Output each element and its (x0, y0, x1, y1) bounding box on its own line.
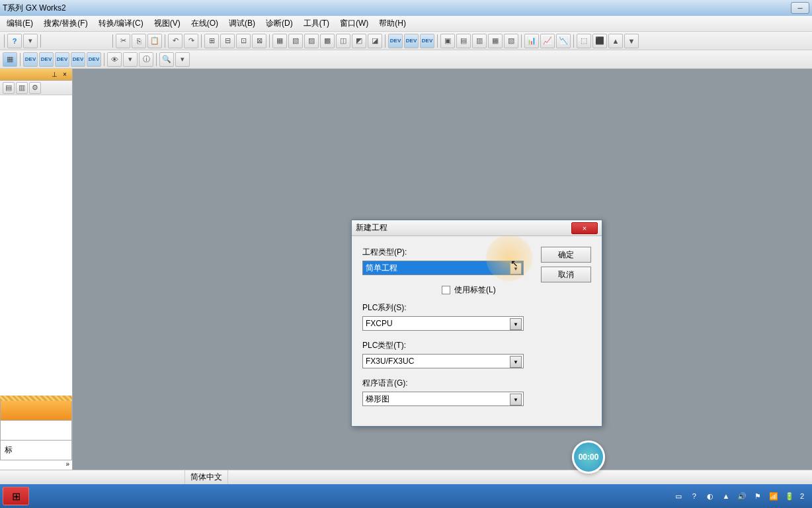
tray-battery-icon[interactable]: 🔋 (784, 491, 795, 501)
info-icon[interactable]: ⓘ (139, 52, 153, 67)
menu-diagnose[interactable]: 诊断(D) (261, 17, 298, 30)
sidebar-tool-btn[interactable]: ⚙ (29, 82, 41, 94)
paste-icon[interactable]: 📋 (147, 34, 162, 48)
toolbar-btn[interactable]: ▾ (23, 34, 38, 48)
plc-series-select[interactable]: FXCPU (362, 316, 524, 331)
dialog-close-button[interactable]: × (571, 222, 598, 234)
cut-icon[interactable]: ✂ (116, 34, 130, 48)
toolbar-btn[interactable]: ⊞ (204, 34, 219, 48)
menu-debug[interactable]: 调试(B) (223, 17, 261, 30)
video-timestamp-badge: 00:00 (572, 441, 605, 474)
menu-view[interactable]: 视图(V) (149, 17, 186, 30)
minimize-button[interactable]: ─ (791, 2, 809, 14)
main-area: ⊥ × ▤ ▥ ⚙ 标 » 新建工程 × 工程类型(P): (0, 69, 812, 470)
sidebar-tool-btn[interactable]: ▥ (16, 82, 28, 94)
menu-convert-compile[interactable]: 转换/编译(C) (93, 17, 149, 30)
search-icon[interactable]: 🔍 (159, 52, 174, 67)
dialog-buttons: 确定 取消 (541, 247, 591, 415)
dev-btn[interactable]: DEV (404, 34, 419, 48)
toolbar-btn[interactable]: ▾ (123, 52, 138, 67)
dev-btn[interactable]: DEV (39, 52, 54, 67)
use-label-checkbox-row: 使用标签(L) (442, 284, 530, 296)
pin-icon[interactable]: ⊥ (50, 70, 59, 79)
sidebar-tool-btn[interactable]: ▤ (3, 82, 15, 94)
sidebar: ⊥ × ▤ ▥ ⚙ 标 » (0, 69, 73, 470)
close-icon[interactable]: × (60, 70, 69, 79)
toolbar-btn[interactable]: ⊡ (236, 34, 251, 48)
menu-tools[interactable]: 工具(T) (298, 17, 335, 30)
dev-btn[interactable]: DEV (55, 52, 69, 67)
toolbar-btn[interactable]: ▨ (304, 34, 319, 48)
dev-btn[interactable]: DEV (71, 52, 85, 67)
toolbar-btn[interactable]: ▦ (488, 34, 503, 48)
toolbar-separator (385, 34, 386, 48)
dev-btn[interactable]: DEV (388, 34, 403, 48)
sidebar-tab[interactable] (0, 421, 72, 441)
use-label-text: 使用标签(L) (454, 284, 496, 296)
dev-btn[interactable]: DEV (87, 52, 101, 67)
tray-time[interactable]: 2 (800, 492, 804, 500)
toolbar-separator (165, 34, 165, 48)
copy-icon[interactable]: ⎘ (132, 34, 146, 48)
tray-volume-icon[interactable]: 🔊 (737, 491, 747, 501)
toolbar-btn[interactable]: 📊 (524, 34, 539, 48)
tray-up-icon[interactable]: ▲ (721, 491, 731, 501)
plc-type-label: PLC类型(T): (362, 340, 530, 351)
status-cell (0, 470, 185, 484)
redo-icon[interactable]: ↷ (184, 34, 198, 48)
toolbar-separator (40, 34, 41, 48)
tray-help-icon[interactable]: ? (689, 491, 700, 501)
sidebar-tab[interactable] (0, 401, 72, 421)
ok-button[interactable]: 确定 (541, 247, 591, 263)
toolbar-btn[interactable]: ▦ (272, 34, 287, 48)
use-label-checkbox[interactable] (442, 286, 450, 294)
toolbar-btn[interactable]: 📉 (556, 34, 571, 48)
dev-btn[interactable]: DEV (420, 34, 434, 48)
tray-icon[interactable]: ▭ (673, 491, 684, 501)
project-type-select[interactable]: 简单工程 (362, 261, 524, 275)
menu-online[interactable]: 在线(O) (186, 17, 223, 30)
plc-type-select[interactable]: FX3U/FX3UC (362, 354, 524, 368)
help-icon[interactable]: ? (7, 34, 22, 48)
system-tray: ▭ ? ◐ ▲ 🔊 ⚑ 📶 🔋 2 (673, 491, 809, 501)
tray-icon[interactable]: ◐ (705, 491, 715, 501)
tray-flag-icon[interactable]: ⚑ (752, 491, 763, 501)
toolbar-btn[interactable]: 📈 (540, 34, 555, 48)
toolbar-btn[interactable]: ▩ (320, 34, 335, 48)
toolbar-btn[interactable]: ⬛ (592, 34, 607, 48)
project-type-label: 工程类型(P): (362, 247, 530, 258)
menu-window[interactable]: 窗口(W) (335, 17, 374, 30)
window-title: T系列 GX Works2 (3, 3, 791, 14)
toolbar-btn[interactable]: ▤ (456, 34, 471, 48)
toolbar-btn[interactable]: ▼ (624, 34, 639, 48)
toolbar-btn[interactable]: ◪ (368, 34, 382, 48)
taskbar-app-icon[interactable]: ⊞ (3, 487, 29, 505)
dialog-titlebar[interactable]: 新建工程 × (352, 220, 602, 236)
toolbar-btn[interactable]: ▲ (608, 34, 623, 48)
cancel-button[interactable]: 取消 (541, 267, 591, 282)
toolbar-btn[interactable]: ▾ (175, 52, 190, 67)
menu-search-replace[interactable]: 搜索/替换(F) (38, 17, 93, 30)
toolbar-btn[interactable]: ▣ (440, 34, 455, 48)
toolbar-btn[interactable]: ▧ (504, 34, 518, 48)
toolbar-btn[interactable]: 👁 (107, 52, 122, 67)
toolbar-btn[interactable]: ▧ (288, 34, 303, 48)
toolbar-btn[interactable]: ▥ (472, 34, 487, 48)
dev-btn[interactable]: DEV (23, 52, 38, 67)
toolbar-separator (112, 34, 113, 48)
undo-icon[interactable]: ↶ (168, 34, 183, 48)
toolbar-btn[interactable]: ⊟ (220, 34, 235, 48)
program-lang-select[interactable]: 梯形图 (362, 392, 524, 406)
tray-signal-icon[interactable]: 📶 (768, 491, 779, 501)
sidebar-expand[interactable]: » (0, 460, 72, 470)
toolbar-btn[interactable]: ◩ (352, 34, 366, 48)
menu-edit[interactable]: 编辑(E) (1, 17, 38, 30)
toolbar-btn[interactable]: ▦ (3, 52, 17, 67)
sidebar-tab[interactable]: 标 (0, 441, 72, 460)
toolbar-separator (104, 53, 104, 66)
toolbar-btn[interactable]: ⬚ (577, 34, 591, 48)
toolbar-btn[interactable]: ⊠ (252, 34, 266, 48)
menu-help[interactable]: 帮助(H) (374, 17, 411, 30)
toolbar-btn[interactable]: ◫ (336, 34, 350, 48)
toolbar-separator (156, 53, 157, 66)
